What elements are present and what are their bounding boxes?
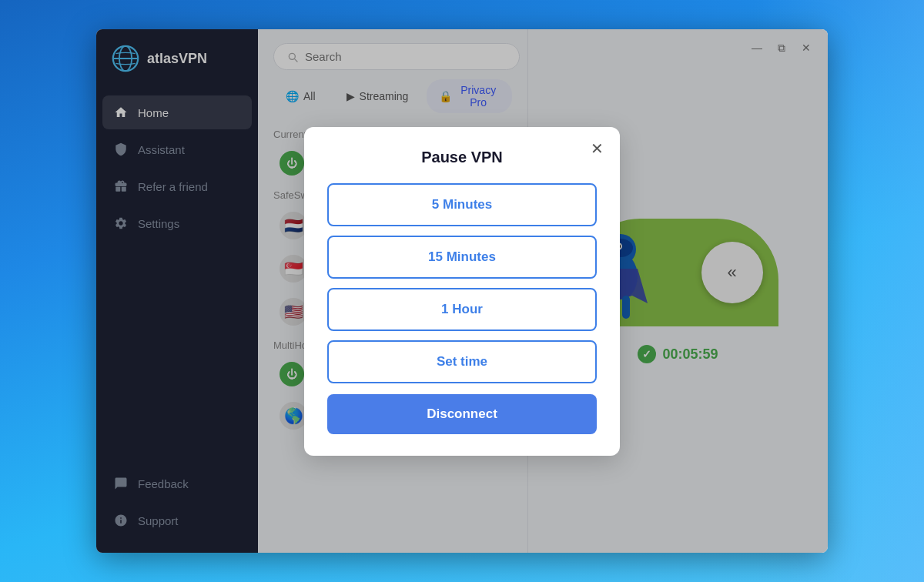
option-5min-button[interactable]: 5 Minutes — [327, 183, 597, 226]
disconnect-button[interactable]: Disconnect — [327, 394, 597, 434]
maximize-button[interactable]: ⧉ — [769, 37, 794, 59]
close-button[interactable]: ✕ — [794, 37, 819, 59]
pause-vpn-modal: ✕ Pause VPN 5 Minutes 15 Minutes 1 Hour … — [304, 127, 620, 456]
option-settime-button[interactable]: Set time — [327, 340, 597, 383]
modal-close-button[interactable]: ✕ — [586, 138, 608, 159]
modal-overlay[interactable]: ✕ Pause VPN 5 Minutes 15 Minutes 1 Hour … — [96, 29, 828, 553]
modal-options: 5 Minutes 15 Minutes 1 Hour Set time — [327, 183, 597, 383]
title-bar: — ⧉ ✕ — [735, 29, 828, 66]
minimize-button[interactable]: — — [745, 37, 769, 59]
option-15min-button[interactable]: 15 Minutes — [327, 236, 597, 279]
app-window: — ⧉ ✕ atlasVPN — [96, 29, 828, 553]
option-1hour-button[interactable]: 1 Hour — [327, 288, 597, 331]
modal-title: Pause VPN — [327, 149, 597, 166]
